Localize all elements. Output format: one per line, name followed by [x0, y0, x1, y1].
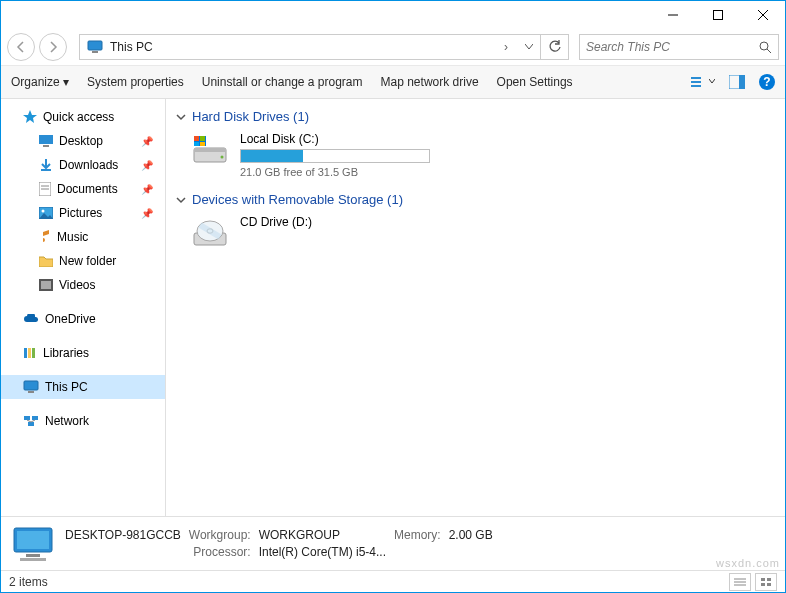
back-button[interactable]	[7, 33, 35, 61]
nav-documents[interactable]: Documents 📌	[1, 177, 165, 201]
workgroup-label: Workgroup:	[189, 528, 251, 542]
svg-rect-15	[41, 169, 51, 171]
refresh-button[interactable]	[540, 35, 568, 59]
search-box[interactable]	[579, 34, 779, 60]
statusbar: 2 items	[1, 570, 785, 592]
organize-menu[interactable]: Organize ▾	[11, 75, 69, 89]
close-button[interactable]	[740, 1, 785, 29]
nav-onedrive[interactable]: OneDrive	[1, 307, 165, 331]
nav-quick-access[interactable]: Quick access	[1, 105, 165, 129]
svg-rect-29	[32, 416, 38, 420]
svg-rect-4	[88, 41, 102, 50]
map-network-drive-button[interactable]: Map network drive	[381, 75, 479, 89]
pin-icon: 📌	[141, 208, 153, 219]
drive-name: CD Drive (D:)	[240, 215, 312, 229]
watermark: wsxdn.com	[716, 557, 780, 569]
details-view-button[interactable]	[729, 573, 751, 591]
svg-rect-53	[761, 583, 765, 586]
item-count: 2 items	[9, 575, 48, 589]
music-icon	[39, 230, 51, 244]
svg-line-31	[27, 420, 31, 422]
svg-rect-51	[761, 578, 765, 581]
pin-icon: 📌	[141, 184, 153, 195]
svg-rect-14	[43, 145, 49, 147]
svg-rect-28	[24, 416, 30, 420]
svg-line-32	[31, 420, 35, 422]
group-hard-disk-drives[interactable]: Hard Disk Drives (1)	[176, 109, 775, 124]
libraries-icon	[23, 346, 37, 360]
help-icon[interactable]: ?	[759, 74, 775, 90]
nav-this-pc[interactable]: This PC	[1, 375, 165, 399]
svg-rect-10	[691, 85, 701, 87]
large-icons-view-button[interactable]	[755, 573, 777, 591]
pin-icon: 📌	[141, 136, 153, 147]
pictures-icon	[39, 207, 53, 219]
processor-label: Processor:	[189, 545, 251, 559]
memory-value: 2.00 GB	[449, 528, 493, 542]
open-settings-button[interactable]: Open Settings	[497, 75, 573, 89]
svg-rect-54	[767, 583, 771, 586]
system-properties-button[interactable]: System properties	[87, 75, 184, 89]
details-pane: DESKTOP-981GCCB Workgroup: WORKGROUP Mem…	[1, 516, 785, 570]
svg-rect-30	[28, 422, 34, 426]
navbar: This PC ›	[1, 29, 785, 65]
this-pc-icon	[86, 38, 104, 56]
memory-label: Memory:	[394, 528, 441, 542]
nav-music[interactable]: Music	[1, 225, 165, 249]
uninstall-button[interactable]: Uninstall or change a program	[202, 75, 363, 89]
svg-rect-8	[691, 77, 701, 79]
nav-videos[interactable]: Videos	[1, 273, 165, 297]
svg-rect-34	[194, 148, 226, 152]
svg-rect-26	[24, 381, 38, 390]
svg-rect-12	[739, 75, 745, 89]
svg-rect-5	[92, 51, 98, 53]
videos-icon	[39, 279, 53, 291]
desktop-icon	[39, 135, 53, 147]
drive-local-disk-c[interactable]: Local Disk (C:) 21.0 GB free of 31.5 GB	[192, 132, 775, 178]
nav-libraries[interactable]: Libraries	[1, 341, 165, 365]
titlebar	[1, 1, 785, 29]
nav-network[interactable]: Network	[1, 409, 165, 433]
chevron-down-icon	[176, 112, 186, 122]
view-options-button[interactable]	[691, 75, 715, 89]
minimize-button[interactable]	[650, 1, 695, 29]
maximize-button[interactable]	[695, 1, 740, 29]
group-removable-storage[interactable]: Devices with Removable Storage (1)	[176, 192, 775, 207]
preview-pane-button[interactable]	[729, 75, 745, 89]
content-pane[interactable]: Hard Disk Drives (1) Local Disk (C:) 21.…	[166, 99, 785, 516]
nav-pictures[interactable]: Pictures 📌	[1, 201, 165, 225]
svg-rect-9	[691, 81, 701, 83]
nav-desktop[interactable]: Desktop 📌	[1, 129, 165, 153]
breadcrumb-chevron[interactable]: ›	[496, 40, 516, 54]
folder-icon	[39, 255, 53, 267]
star-icon	[23, 110, 37, 124]
svg-point-20	[42, 210, 45, 213]
drive-free-text: 21.0 GB free of 31.5 GB	[240, 166, 430, 178]
toolbar: Organize ▾ System properties Uninstall o…	[1, 65, 785, 99]
body-area: Quick access Desktop 📌 Downloads 📌 Docum…	[1, 99, 785, 516]
nav-new-folder[interactable]: New folder	[1, 249, 165, 273]
svg-rect-39	[194, 142, 199, 146]
address-dropdown[interactable]	[516, 44, 540, 50]
svg-rect-24	[28, 348, 31, 358]
svg-line-7	[767, 49, 771, 53]
workgroup-value: WORKGROUP	[259, 528, 386, 542]
search-input[interactable]	[580, 40, 752, 54]
nav-downloads[interactable]: Downloads 📌	[1, 153, 165, 177]
navigation-pane[interactable]: Quick access Desktop 📌 Downloads 📌 Docum…	[1, 99, 166, 516]
this-pc-icon	[23, 380, 39, 394]
drive-usage-bar	[240, 149, 430, 163]
address-bar[interactable]: This PC ›	[79, 34, 569, 60]
svg-rect-47	[20, 558, 46, 561]
search-icon[interactable]	[752, 40, 778, 54]
downloads-icon	[39, 158, 53, 172]
computer-name: DESKTOP-981GCCB	[65, 528, 181, 542]
address-text: This PC	[110, 40, 496, 54]
svg-rect-22	[41, 281, 51, 289]
drive-cd-d[interactable]: CD Drive (D:)	[192, 215, 775, 251]
documents-icon	[39, 182, 51, 196]
forward-button[interactable]	[39, 33, 67, 61]
svg-rect-13	[39, 135, 53, 144]
onedrive-icon	[23, 314, 39, 324]
network-icon	[23, 415, 39, 427]
